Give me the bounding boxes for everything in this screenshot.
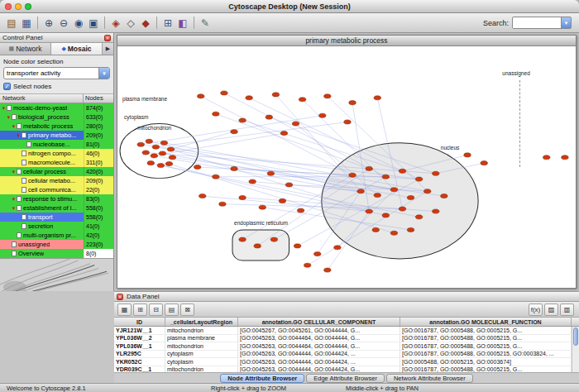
attribute-matrix-icon[interactable]: ▥ — [560, 304, 574, 316]
table-row[interactable]: YDR039C__1mitochondrion[GO:0045263, GO:0… — [114, 366, 572, 373]
graph-node[interactable] — [272, 93, 279, 97]
graph-node[interactable] — [382, 213, 389, 218]
graph-node[interactable] — [160, 141, 167, 145]
graph-node[interactable] — [399, 169, 405, 173]
graph-node[interactable] — [239, 195, 246, 199]
network-canvas[interactable]: plasma membranecytoplasmmitochondrionnuc… — [117, 46, 576, 288]
graph-edge[interactable] — [249, 98, 419, 179]
graph-node[interactable] — [194, 165, 200, 169]
graph-node[interactable] — [167, 147, 174, 151]
graph-node[interactable] — [304, 263, 310, 267]
tree-expander-icon[interactable]: ▼ — [11, 170, 17, 174]
graph-node[interactable] — [433, 171, 439, 175]
graph-node[interactable] — [231, 166, 237, 170]
graph-node[interactable] — [299, 98, 305, 102]
tree-expander-icon[interactable]: ▼ — [11, 124, 17, 129]
graph-node[interactable] — [357, 189, 364, 194]
tree-expander-icon[interactable]: ▼ — [11, 206, 17, 211]
graph-node[interactable] — [280, 131, 287, 136]
maximize-window-button[interactable] — [25, 3, 31, 10]
column-header[interactable]: annotation.GO CELLULAR_COMPONENT — [238, 318, 400, 326]
create-attribute-icon[interactable]: ⊞ — [133, 304, 147, 316]
graph-node[interactable] — [246, 96, 252, 100]
equation-builder-icon[interactable]: f(x) — [529, 304, 543, 316]
tree-item[interactable]: secretion41(0) — [0, 222, 113, 231]
graph-node[interactable] — [433, 209, 439, 213]
table-scrollbar[interactable] — [572, 327, 579, 372]
tree-item[interactable]: macromolecule...311(0) — [0, 158, 113, 167]
graph-node[interactable] — [213, 112, 219, 116]
import-attributes-icon[interactable]: ▨ — [544, 304, 558, 316]
graph-node[interactable] — [349, 173, 356, 177]
tree-expander-icon[interactable]: ▼ — [1, 106, 7, 111]
search-dropdown-arrow-icon[interactable]: ▼ — [561, 17, 571, 28]
graph-node[interactable] — [267, 171, 274, 175]
graph-node[interactable] — [151, 154, 157, 158]
tree-expander-icon[interactable]: ▼ — [6, 115, 12, 120]
tab-node-attribute-browser[interactable]: Node Attribute Browser — [220, 374, 304, 383]
node-color-dropdown[interactable]: transporter activity ▼ — [3, 67, 110, 79]
tab-overflow-arrow-icon[interactable]: ▶ — [103, 43, 113, 55]
tree-item[interactable]: Overview8(0) — [0, 249, 113, 258]
graph-node[interactable] — [324, 94, 331, 98]
graph-node[interactable] — [137, 142, 144, 146]
column-header[interactable]: ID — [114, 318, 165, 326]
zoom-in-icon[interactable]: ⊕ — [41, 16, 56, 31]
graph-node[interactable] — [314, 252, 321, 256]
graph-node[interactable] — [297, 208, 304, 213]
vizmapper-icon[interactable]: ◧ — [175, 16, 190, 31]
graph-node[interactable] — [254, 244, 261, 248]
tree-item[interactable]: ▼mosaic-demo-yeast874(0) — [0, 103, 113, 112]
minimize-window-button[interactable] — [15, 3, 22, 10]
graph-node[interactable] — [146, 139, 152, 143]
graph-node[interactable] — [543, 155, 550, 160]
tree-item[interactable]: ▼biological_process633(0) — [0, 112, 113, 122]
graph-node[interactable] — [319, 113, 326, 117]
import-network-icon[interactable]: ▤ — [4, 16, 19, 31]
zoom-selected-icon[interactable]: ◉ — [71, 16, 86, 31]
graph-node[interactable] — [165, 162, 172, 166]
tree-item[interactable]: cell communica...22(0) — [0, 185, 113, 194]
graph-node[interactable] — [294, 244, 300, 248]
graph-edge[interactable] — [170, 131, 234, 149]
tree-item[interactable]: ▼metabolic process280(0) — [0, 122, 113, 131]
data-panel-close-icon[interactable]: × — [117, 294, 123, 300]
graph-node[interactable] — [374, 194, 380, 198]
graph-node[interactable] — [415, 215, 422, 219]
graph-node[interactable] — [464, 153, 471, 157]
search-input[interactable] — [513, 18, 561, 28]
graph-node[interactable] — [374, 96, 380, 100]
tree-expander-icon[interactable]: ▼ — [11, 197, 17, 202]
zoom-fit-icon[interactable]: ▣ — [86, 16, 101, 31]
network-frame-title[interactable]: primary metabolic process — [117, 36, 576, 46]
graph-node[interactable] — [152, 145, 159, 149]
table-row[interactable]: YLR295Ccytoplasm[GO:0045263, GO:0044444,… — [114, 351, 572, 359]
mitochondrion-region[interactable] — [120, 123, 199, 178]
graph-node[interactable] — [399, 207, 405, 211]
graph-node[interactable] — [159, 151, 165, 155]
graph-node[interactable] — [221, 91, 227, 95]
tab-mosaic[interactable]: ◆Mosaic — [51, 43, 103, 55]
graph-node[interactable] — [279, 198, 285, 203]
graph-node[interactable] — [285, 183, 292, 187]
graph-node[interactable] — [372, 227, 379, 232]
tree-item[interactable]: ▼establishment of l...558(0) — [0, 203, 113, 213]
graph-node[interactable] — [213, 174, 219, 179]
graph-node[interactable] — [239, 237, 246, 241]
graph-node[interactable] — [562, 155, 568, 160]
graph-node[interactable] — [344, 120, 351, 124]
delete-attribute-icon[interactable]: ⊟ — [149, 304, 163, 316]
graph-node[interactable] — [292, 122, 299, 126]
tree-header-nodes[interactable]: Nodes — [84, 94, 113, 103]
graph-node[interactable] — [382, 174, 389, 179]
graph-node[interactable] — [349, 101, 356, 105]
graph-node[interactable] — [407, 227, 414, 232]
table-row[interactable]: YJR121W__1mitochondrion[GO:0045267, GO:0… — [114, 327, 572, 335]
graph-node[interactable] — [266, 115, 272, 119]
network-graph-svg[interactable]: plasma membranecytoplasmmitochondrionnuc… — [117, 46, 576, 288]
graph-node[interactable] — [270, 237, 277, 241]
graph-node[interactable] — [366, 166, 372, 170]
tab-edge-attribute-browser[interactable]: Edge Attribute Browser — [306, 374, 385, 383]
delete-row-icon[interactable]: ⊠ — [180, 304, 194, 316]
graph-node[interactable] — [334, 246, 341, 250]
